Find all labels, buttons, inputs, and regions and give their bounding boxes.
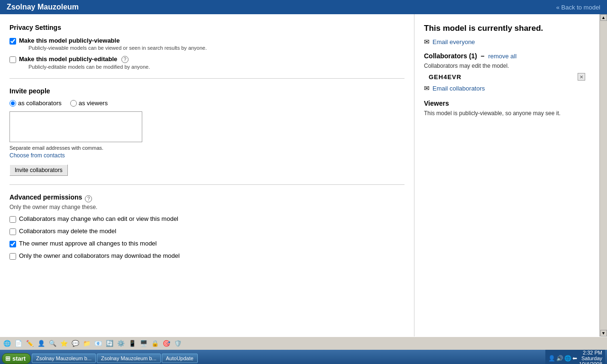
email-everyone-link[interactable]: Email everyone <box>432 38 475 46</box>
toolbar-icon-13[interactable]: 🖥️ <box>138 338 149 349</box>
scroll-track <box>600 21 607 330</box>
taskbar-tab-2[interactable]: Zsolnay Mauzoleum b... <box>97 354 161 363</box>
page-title: Zsolnay Mauzoleum <box>7 3 79 11</box>
toolbar-icon-6[interactable]: ⭐ <box>59 338 69 349</box>
invite-collaborators-button[interactable]: Invite collaborators <box>9 164 68 176</box>
adv-option3-checkbox[interactable] <box>9 241 16 247</box>
bottom-toolbar: 🌐 📄 ✏️ 👤 🔍 ⭐ 💬 📁 📧 🔄 ⚙️ 📱 🖥️ 🔒 🎯 🛡️ <box>0 337 607 350</box>
advanced-section-title: Advanced permissions <box>9 193 82 201</box>
taskbar-tab-1[interactable]: Zsolnay Mauzoleum b... <box>32 354 96 363</box>
toolbar-icon-12[interactable]: 📱 <box>127 338 138 349</box>
start-button[interactable]: ⊞ start <box>2 353 31 364</box>
toolbar-icon-7[interactable]: 💬 <box>70 338 81 349</box>
collaborator-name: GEH4EVR <box>429 73 461 81</box>
sep-text: Separate email addresses with commas. <box>9 145 405 151</box>
adv-option4-label[interactable]: Only the owner and collaborators may dow… <box>19 252 180 259</box>
invite-section: Invite people as collaborators as viewer… <box>9 87 405 176</box>
viewers-title: Viewers <box>424 100 590 107</box>
toolbar-icon-1[interactable]: 🌐 <box>2 338 12 349</box>
advanced-section: Advanced permissions ? Only the owner ma… <box>9 193 405 260</box>
viewers-radio[interactable] <box>70 100 77 107</box>
tray-icons: 👤 🔊 🌐 ⬅ <box>548 355 577 362</box>
adv-option2-row: Collaborators may delete the model <box>9 228 405 235</box>
adv-option3-label[interactable]: The owner must approve all changes to th… <box>19 240 157 247</box>
email-collaborators-link[interactable]: Email collaborators <box>432 85 485 92</box>
toolbar-icon-9[interactable]: 📧 <box>93 338 103 349</box>
email-textarea[interactable] <box>9 111 142 142</box>
envelope-icon-everyone: ✉ <box>424 38 430 46</box>
as-collaborators-option[interactable]: as collaborators <box>9 100 62 107</box>
as-viewers-option[interactable]: as viewers <box>70 100 108 107</box>
collaborator-entry: GEH4EVR ✕ <box>424 73 590 81</box>
adv-option2-checkbox[interactable] <box>9 228 16 235</box>
taskbar-clock: 2:32 PM Saturday 10/4/2008 <box>579 350 602 364</box>
left-panel: Privacy Settings Make this model publicl… <box>0 14 414 337</box>
publicly-viewable-label[interactable]: Make this model publicly-viewable <box>19 37 120 44</box>
toolbar-icon-3[interactable]: ✏️ <box>25 338 35 349</box>
publicly-viewable-checkbox[interactable] <box>9 38 16 45</box>
email-collaborators-row: ✉ Email collaborators <box>424 84 590 92</box>
publicly-viewable-sub: Publicly-viewable models can be viewed o… <box>28 45 207 51</box>
toolbar-icon-8[interactable]: 📁 <box>82 338 92 349</box>
scrollbar[interactable]: ▲ ▼ <box>599 14 607 337</box>
adv-option3-row: The owner must approve all changes to th… <box>9 240 405 247</box>
taskbar-date: 10/4/2008 <box>579 361 602 364</box>
main-layout: Privacy Settings Make this model publicl… <box>0 14 607 337</box>
envelope-icon-collaborators: ✉ <box>424 84 430 92</box>
tray-icon-2: 🔊 <box>556 355 563 362</box>
publicly-editable-row: Make this model publicly-editable ? Publ… <box>9 55 405 70</box>
taskbar: ⊞ start Zsolnay Mauzoleum b... Zsolnay M… <box>0 350 607 364</box>
remove-collaborator-button[interactable]: ✕ <box>578 73 585 81</box>
adv-option1-label[interactable]: Collaborators may change who can edit or… <box>19 215 178 222</box>
adv-option2-label[interactable]: Collaborators may delete the model <box>19 228 116 235</box>
publicly-viewable-row: Make this model publicly-viewable Public… <box>9 37 405 51</box>
back-to-model-link[interactable]: « Back to model <box>556 4 600 11</box>
viewers-label[interactable]: as viewers <box>79 100 108 107</box>
toolbar-icon-2[interactable]: 📄 <box>13 338 24 349</box>
collaborators-count-label: Collaborators (1) <box>424 52 477 60</box>
invite-section-title: Invite people <box>9 87 405 95</box>
toolbar-icon-4[interactable]: 👤 <box>36 338 46 349</box>
toolbar-icon-14[interactable]: 🔒 <box>150 338 160 349</box>
adv-option4-checkbox[interactable] <box>9 253 16 260</box>
shared-title: This model is currently shared. <box>424 24 590 33</box>
top-bar: Zsolnay Mauzoleum « Back to model <box>0 0 607 14</box>
publicly-editable-sub: Publicly-editable models can be modified… <box>28 64 150 70</box>
collaborators-label[interactable]: as collaborators <box>18 100 62 107</box>
viewers-section: Viewers This model is publicly-viewable,… <box>424 100 590 117</box>
remove-all-link[interactable]: remove all <box>488 53 516 60</box>
publicly-editable-label[interactable]: Make this model publicly-editable <box>19 55 117 63</box>
owner-only-text: Only the owner may change these. <box>9 204 405 210</box>
help-icon-editable[interactable]: ? <box>121 56 129 63</box>
scroll-up-arrow[interactable]: ▲ <box>600 14 607 21</box>
adv-option1-checkbox[interactable] <box>9 216 16 223</box>
toolbar-icon-15[interactable]: 🎯 <box>161 338 172 349</box>
toolbar-icon-10[interactable]: 🔄 <box>104 338 115 349</box>
help-icon-advanced[interactable]: ? <box>85 195 92 202</box>
tray-icon-4: ⬅ <box>572 355 577 362</box>
privacy-section-title: Privacy Settings <box>9 24 405 31</box>
adv-option4-row: Only the owner and collaborators may dow… <box>9 252 405 260</box>
divider-1 <box>9 78 405 79</box>
tray-icon-1: 👤 <box>548 355 555 362</box>
taskbar-day: Saturday <box>579 355 602 361</box>
publicly-editable-checkbox[interactable] <box>9 56 16 63</box>
right-panel: This model is currently shared. ✉ Email … <box>414 14 599 337</box>
taskbar-time-text: 2:32 PM <box>579 350 602 355</box>
windows-icon: ⊞ <box>5 355 10 362</box>
toolbar-icon-5[interactable]: 🔍 <box>47 338 58 349</box>
collaborators-header: Collaborators (1) – remove all <box>424 52 590 60</box>
collab-desc: Collaborators may edit the model. <box>424 63 590 69</box>
start-label: start <box>12 355 26 362</box>
taskbar-tab-3[interactable]: AutoUpdate <box>162 354 198 363</box>
scroll-down-arrow[interactable]: ▼ <box>600 330 607 337</box>
tray-icon-3: 🌐 <box>564 355 571 362</box>
taskbar-right: 👤 🔊 🌐 ⬅ 2:32 PM Saturday 10/4/2008 <box>545 350 605 364</box>
adv-option1-row: Collaborators may change who can edit or… <box>9 215 405 223</box>
toolbar-icon-11[interactable]: ⚙️ <box>116 338 126 349</box>
radio-row: as collaborators as viewers <box>9 100 405 107</box>
toolbar-icon-16[interactable]: 🛡️ <box>173 338 183 349</box>
viewers-desc: This model is publicly-viewable, so anyo… <box>424 110 590 117</box>
choose-contacts-link[interactable]: Choose from contacts <box>9 152 65 159</box>
collaborators-radio[interactable] <box>9 100 16 107</box>
